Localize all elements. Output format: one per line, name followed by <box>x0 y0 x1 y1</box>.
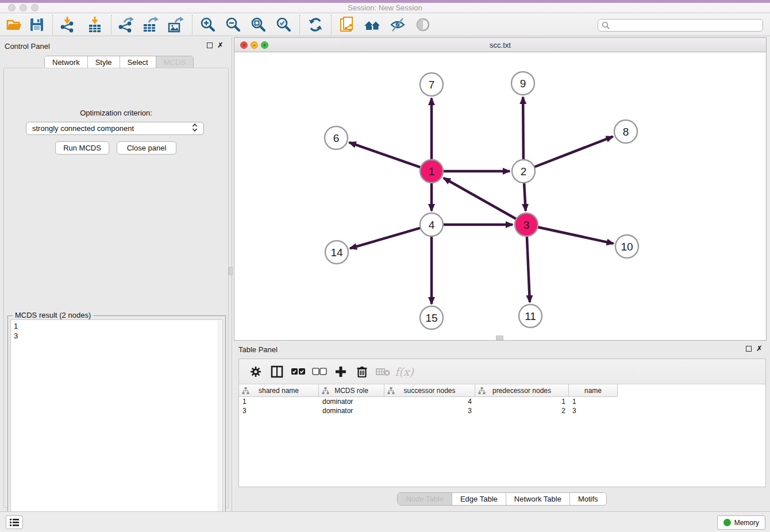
node-label-4: 4 <box>429 219 435 231</box>
split-pane-handle[interactable] <box>229 267 233 275</box>
column-header-successor-nodes[interactable]: successor nodes <box>384 384 475 397</box>
home-icon[interactable] <box>362 16 383 34</box>
show-columns-icon[interactable] <box>266 362 287 381</box>
select-all-icon[interactable] <box>287 362 309 381</box>
search-box[interactable] <box>598 19 763 32</box>
cell-successor-nodes[interactable]: 3 <box>384 406 475 415</box>
cell-name[interactable]: 3 <box>569 406 618 415</box>
memory-button[interactable]: Memory <box>717 515 765 530</box>
mcds-tab-content: Optimization criterion: strongly connect… <box>3 68 229 508</box>
edge-2-8[interactable] <box>534 137 613 167</box>
table-tabs-bar: Node TableEdge TableNetwork TableMotifs <box>234 492 770 506</box>
function-builder-icon: f(x) <box>394 362 415 381</box>
node-label-14: 14 <box>330 246 343 259</box>
tab-select[interactable]: Select <box>120 56 156 68</box>
column-header-predecessor-nodes[interactable]: predecessor nodes <box>475 384 569 397</box>
close-table-panel-icon[interactable]: ✗ <box>756 344 763 353</box>
network-window-titlebar: ✕ − + scc.txt <box>234 38 766 52</box>
edge-2-3[interactable] <box>524 183 526 211</box>
show-task-history-button[interactable] <box>6 515 23 529</box>
node-table[interactable]: shared nameMCDS rolesuccessor nodesprede… <box>239 384 765 487</box>
network-view-window: ✕ − + scc.txt 7968124314101511 <box>234 37 767 341</box>
clone-network-icon[interactable] <box>337 16 357 34</box>
edge-3-10[interactable] <box>538 227 614 244</box>
control-panel-header: Control Panel ✗ <box>0 37 232 55</box>
float-table-panel-icon[interactable] <box>746 346 752 352</box>
tab-network[interactable]: Network <box>45 56 88 68</box>
hide-panels-icon[interactable] <box>387 16 408 34</box>
cell-shared-name[interactable]: 1 <box>239 397 319 406</box>
tab-style[interactable]: Style <box>88 56 120 68</box>
table-panel: Table Panel ✗ f(x) <box>234 342 770 511</box>
select-stepper-icon <box>192 123 198 134</box>
optimization-criterion-label: Optimization criterion: <box>4 109 228 117</box>
network-resize-handle[interactable] <box>496 336 503 340</box>
tab-motifs[interactable]: Motifs <box>570 493 606 505</box>
optimization-criterion-select[interactable]: strongly connected component <box>26 122 204 135</box>
cell-successor-nodes[interactable]: 4 <box>384 397 475 406</box>
import-table-icon[interactable] <box>84 16 105 34</box>
delete-row-icon[interactable] <box>351 362 372 381</box>
table-row[interactable]: 1dominator411 <box>239 397 765 406</box>
close-panel-button[interactable]: Close panel <box>117 141 176 155</box>
node-label-3: 3 <box>523 219 530 231</box>
cell-predecessor-nodes[interactable]: 1 <box>475 397 569 406</box>
zoom-fit-icon[interactable] <box>248 16 269 34</box>
mcds-result-textarea[interactable]: 1 3 <box>10 319 223 532</box>
export-image-icon[interactable] <box>165 16 186 34</box>
zoom-out-icon[interactable] <box>223 16 244 34</box>
node-label-1: 1 <box>429 165 435 178</box>
refresh-layout-icon[interactable] <box>305 16 326 34</box>
status-bar: Memory <box>0 511 770 532</box>
column-header-name[interactable]: name <box>569 384 618 397</box>
cell-predecessor-nodes[interactable]: 2 <box>475 406 569 415</box>
node-label-8: 8 <box>623 126 629 138</box>
graph-edges[interactable] <box>349 97 614 304</box>
node-label-11: 11 <box>525 310 536 322</box>
network-canvas[interactable]: 7968124314101511 <box>234 52 766 340</box>
close-panel-icon[interactable]: ✗ <box>217 41 224 49</box>
mcds-result-scrollbar[interactable] <box>217 321 222 532</box>
export-table-icon[interactable] <box>140 16 160 34</box>
open-file-icon[interactable] <box>3 16 24 34</box>
table-rows[interactable]: 1dominator4113dominator323 <box>239 397 765 415</box>
cell-MCDS-role[interactable]: dominator <box>319 397 384 406</box>
edge-4-14[interactable] <box>350 228 421 249</box>
search-input[interactable] <box>610 21 763 29</box>
zoom-in-icon[interactable] <box>198 16 218 34</box>
control-panel-tabs: NetworkStyleSelectMCDS <box>44 56 194 69</box>
tab-edge-table[interactable]: Edge Table <box>452 493 506 505</box>
zoom-selected-icon[interactable] <box>274 16 294 34</box>
edge-1-6[interactable] <box>349 142 421 167</box>
settings-gear-icon[interactable] <box>245 362 266 381</box>
optimization-criterion-value: strongly connected component <box>32 124 134 133</box>
unselect-all-icon[interactable] <box>309 362 330 381</box>
tab-network-table[interactable]: Network Table <box>506 493 570 505</box>
memory-label: Memory <box>734 519 759 527</box>
add-row-icon[interactable] <box>330 362 351 381</box>
cell-MCDS-role[interactable]: dominator <box>319 406 384 415</box>
node-label-7: 7 <box>429 79 435 91</box>
edge-2-9[interactable] <box>523 97 523 160</box>
edge-3-1[interactable] <box>444 178 517 219</box>
float-panel-icon[interactable] <box>207 43 213 48</box>
column-header-MCDS-role[interactable]: MCDS role <box>319 384 384 397</box>
export-network-icon[interactable] <box>115 16 136 34</box>
node-label-9: 9 <box>520 78 526 90</box>
edge-3-11[interactable] <box>527 236 530 302</box>
mcds-result-group: MCDS result (2 nodes) 1 3 <box>7 315 226 532</box>
table-header-row[interactable]: shared nameMCDS rolesuccessor nodesprede… <box>239 384 765 397</box>
tab-node-table[interactable]: Node Table <box>398 493 452 505</box>
app-title: Session: New Session <box>0 3 770 12</box>
import-network-icon[interactable] <box>57 16 78 34</box>
tab-mcds[interactable]: MCDS <box>156 56 193 68</box>
run-mcds-button[interactable]: Run MCDS <box>55 141 109 155</box>
network-title: scc.txt <box>234 41 766 49</box>
cell-name[interactable]: 1 <box>569 397 618 406</box>
column-header-shared-name[interactable]: shared name <box>239 384 319 397</box>
node-label-2: 2 <box>521 165 527 178</box>
cell-shared-name[interactable]: 3 <box>239 406 319 415</box>
memory-status-icon <box>723 519 731 526</box>
save-session-icon[interactable] <box>26 16 47 34</box>
table-row[interactable]: 3dominator323 <box>239 406 765 415</box>
